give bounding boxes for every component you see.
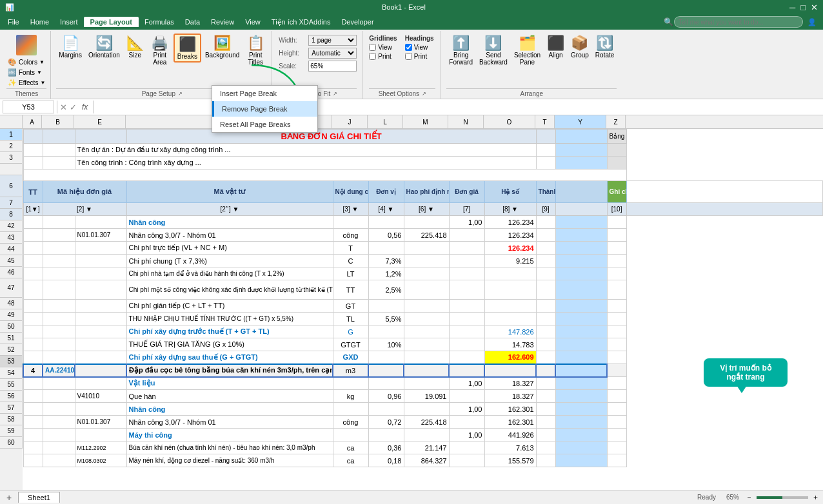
menu-bar: File Home Insert Page Layout Formulas Da… xyxy=(0,14,823,30)
row-60: M108.0302 Máy nén khí, động cơ diezel - … xyxy=(23,454,823,467)
col-header-j[interactable]: J xyxy=(332,115,368,128)
confirm-formula-icon[interactable]: ✓ xyxy=(70,102,77,112)
row-43: N01.01.307 Nhân công 3,0/7 - Nhóm 01 côn… xyxy=(23,229,823,242)
search-input[interactable] xyxy=(674,16,803,28)
account-icon[interactable]: 👤 xyxy=(804,18,820,26)
col-header-b[interactable]: B xyxy=(42,115,74,128)
size-button[interactable]: 📐 Size xyxy=(124,34,146,60)
margins-button[interactable]: 📄 Margins xyxy=(56,34,84,60)
col-header-e[interactable]: E xyxy=(74,115,126,128)
height-select[interactable]: Automatic xyxy=(308,48,357,59)
row-52: Chi phí xây dựng sau thuế (G + GTGT) GXD… xyxy=(23,351,823,364)
colors-dropdown-icon: ▼ xyxy=(39,59,45,65)
breaks-button[interactable]: ⬛ Breaks xyxy=(174,34,201,63)
col-header-m[interactable]: M xyxy=(403,115,448,128)
height-label: Height: xyxy=(279,50,306,57)
headings-print-check[interactable]: Print xyxy=(405,53,434,60)
col-header-l[interactable]: L xyxy=(368,115,403,128)
row-num-55: 55 xyxy=(0,379,23,391)
selection-pane-button[interactable]: 🗂️ SelectionPane xyxy=(511,34,543,67)
zoom-slider[interactable] xyxy=(757,496,808,499)
col-header-row: TT Mã hiệu đơn giá Mã vật tư Nội dung cô… xyxy=(23,181,823,203)
gridlines-view-check[interactable]: View xyxy=(369,44,397,51)
row-53[interactable]: 4 AA.22410 Đập đầu cọc bê tông bằng búa … xyxy=(23,364,823,377)
scale-input[interactable] xyxy=(308,61,357,72)
search-icon: 🔍 xyxy=(664,17,673,26)
align-button[interactable]: ⬛ Align xyxy=(544,34,567,60)
name-box[interactable] xyxy=(3,101,54,113)
col-header-a[interactable]: A xyxy=(23,115,42,128)
menu-insert[interactable]: Insert xyxy=(55,17,83,27)
themes-group-label: Themes xyxy=(6,88,46,99)
rotate-button[interactable]: 🔃 Rotate xyxy=(593,34,617,60)
zoom-in-icon[interactable]: ＋ xyxy=(811,492,820,502)
remove-page-break-item[interactable]: Remove Page Break xyxy=(212,101,317,117)
effects-label: Effects xyxy=(19,79,38,86)
effects-dropdown-icon: ▼ xyxy=(40,80,45,86)
headings-label: Headings xyxy=(405,35,434,42)
row-num-8: 8 xyxy=(0,209,23,220)
cancel-formula-icon[interactable]: ✕ xyxy=(60,102,67,112)
headings-view-check[interactable]: View xyxy=(405,44,434,51)
sheet-tabs-bar: + Sheet1 Ready 65% － ＋ xyxy=(0,490,823,504)
menu-file[interactable]: File xyxy=(3,17,25,27)
row-num-58: 58 xyxy=(0,414,23,425)
effects-button[interactable]: ✨ Effects ▼ xyxy=(6,78,46,88)
menu-addins[interactable]: Tiện ích XDAddins xyxy=(266,17,336,28)
col-header-o[interactable]: O xyxy=(484,115,535,128)
row-num-45: 45 xyxy=(0,255,23,267)
row-num-2: 2 xyxy=(0,141,23,152)
row-47: Chi phí một số công việc không xác định … xyxy=(23,280,823,300)
row-55: V41010 Que hàn kg 0,96 19.091 18.327 xyxy=(23,390,823,403)
row-num-60: 60 xyxy=(0,437,23,449)
close-icon[interactable]: ✕ xyxy=(811,3,818,12)
corner-cell xyxy=(0,115,23,128)
row-num-42: 42 xyxy=(0,220,23,232)
menu-page-layout[interactable]: Page Layout xyxy=(84,17,139,27)
menu-review[interactable]: Review xyxy=(206,17,239,27)
menu-view[interactable]: View xyxy=(240,17,266,27)
menu-home[interactable]: Home xyxy=(25,17,54,27)
menu-data[interactable]: Data xyxy=(180,17,205,27)
menu-formulas[interactable]: Formulas xyxy=(139,17,179,27)
fonts-button[interactable]: 🔤 Fonts ▼ xyxy=(6,68,46,77)
fonts-label: Fonts xyxy=(19,69,35,76)
gridlines-print-check[interactable]: Print xyxy=(369,53,397,60)
row-44: Chi phí trực tiếp (VL + NC + M) T 126.23… xyxy=(23,242,823,255)
col-header-y[interactable]: Y xyxy=(555,115,606,128)
row-num-50: 50 xyxy=(0,321,23,333)
add-sheet-button[interactable]: + xyxy=(3,492,15,503)
subtitle2: Tên công trình : Công trình xây dựng ... xyxy=(75,157,536,170)
insert-page-break-item[interactable]: Insert Page Break xyxy=(212,86,317,101)
print-area-button[interactable]: 🖨️ PrintArea xyxy=(148,34,172,67)
send-backward-button[interactable]: ⬇️ SendBackward xyxy=(477,34,510,67)
fx-icon: fx xyxy=(79,102,90,111)
col-header-n[interactable]: N xyxy=(448,115,484,128)
orientation-button[interactable]: 🔄 Orientation xyxy=(86,34,123,60)
bring-forward-button[interactable]: ⬆️ BringForward xyxy=(446,34,475,67)
subtitle2-row: Tên công trình : Công trình xây dựng ... xyxy=(23,157,823,170)
fonts-dropdown-icon: ▼ xyxy=(37,70,42,75)
zoom-out-icon[interactable]: － xyxy=(744,492,754,502)
group-button[interactable]: 📦 Group xyxy=(568,34,591,60)
col-header-z[interactable]: Z xyxy=(606,115,626,128)
reset-page-breaks-item[interactable]: Reset All Page Breaks xyxy=(212,117,317,132)
sheet-tab-active[interactable]: Sheet1 xyxy=(18,492,60,503)
colors-button[interactable]: 🎨 Colors ▼ xyxy=(6,57,46,67)
row-54: Vật liệu 1,00 18.327 xyxy=(23,377,823,390)
background-button[interactable]: 🖼️ Background xyxy=(203,34,242,60)
formula-input[interactable] xyxy=(96,103,820,111)
row-num-57: 57 xyxy=(0,402,23,414)
width-select[interactable]: 1 page xyxy=(308,35,357,46)
row-num-3: 3 xyxy=(0,152,23,164)
col-header-t[interactable]: T xyxy=(535,115,555,128)
row-num-51: 51 xyxy=(0,333,23,344)
themes-button[interactable] xyxy=(6,34,46,57)
maximize-icon[interactable]: □ xyxy=(800,3,806,12)
print-titles-button[interactable]: 📋 PrintTitles xyxy=(243,34,268,67)
menu-developer[interactable]: Developer xyxy=(336,17,379,27)
row-42: Nhân công 1,00 126.234 xyxy=(23,216,823,229)
sheet-title: BẢNG ĐƠN GIÁ CHI TIẾT xyxy=(126,130,536,144)
minimize-icon[interactable]: ─ xyxy=(789,3,795,12)
row-num-53: 53 xyxy=(0,356,23,367)
